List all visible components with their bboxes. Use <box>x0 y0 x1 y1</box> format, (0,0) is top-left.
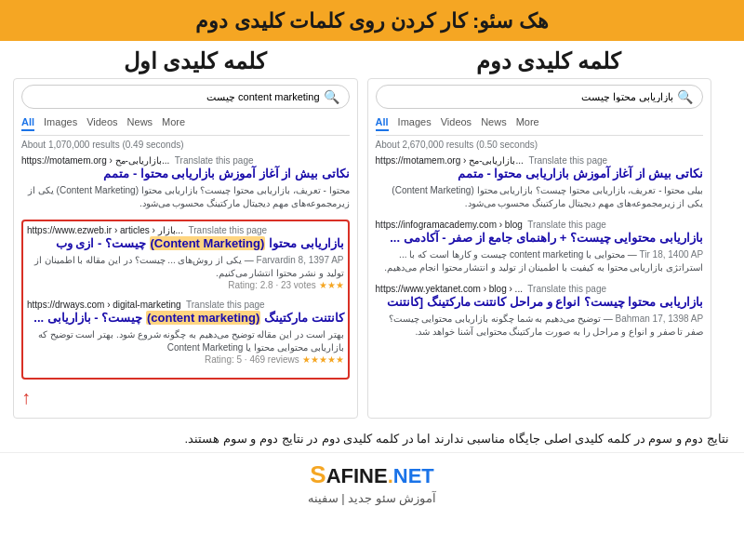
tab-more-left[interactable]: More <box>516 114 539 131</box>
left-result-3-url: https://www.yektanet.com › blog › ... Tr… <box>376 284 704 294</box>
bottom-text: نتایج دوم و سوم در کلمه کلیدی اصلی جایگا… <box>0 424 744 453</box>
right-result-3-url: https://drways.com › digital-marketing T… <box>27 300 344 310</box>
keyword-right-label: کلمه کلیدی دوم <box>476 48 620 74</box>
left-results-count: About 2,670,000 results (0.50 seconds) <box>376 140 704 150</box>
right-result-2-date: Farvardin 8, 1397 AP <box>257 255 344 265</box>
right-result-3-rating: ★★★★★ Rating: 5 · 469 reviews <box>27 354 344 365</box>
bottom-text-content: نتایج دوم و سوم در کلمه کلیدی اصلی جایگا… <box>185 432 729 446</box>
right-google-panel: 🔍 All Images Videos News More About 1,07… <box>13 78 358 419</box>
left-result-1-title: نکاتی بیش از آغاز آموزش بازاریابی محتوا … <box>376 167 704 182</box>
tab-all-right[interactable]: All <box>21 114 34 131</box>
right-result-2-title: بازاریابی محتوا (Content Marketing) چیست… <box>27 236 344 252</box>
left-result-3-date: Bahman 17, 1398 AP <box>616 313 704 324</box>
footer: SAFINE.NET آموزش سئو جدید | سفینه <box>0 452 744 514</box>
left-result-3: https://www.yektanet.com › blog › ... Tr… <box>376 284 704 339</box>
right-search-tabs: All Images Videos News More <box>21 114 350 136</box>
right-search-bar[interactable]: 🔍 <box>21 85 350 109</box>
tab-more-right[interactable]: More <box>162 114 185 131</box>
tab-videos-right[interactable]: Videos <box>86 114 117 131</box>
left-google-panel: 🔍 All Images Videos News More About 2,67… <box>367 78 712 419</box>
highlight-content-marketing-2: (Content Marketing) <box>150 236 266 250</box>
right-result-1: https://motamem.org › بازاریابی-مح... Tr… <box>21 155 350 210</box>
right-translate-2[interactable]: Translate this page <box>189 225 268 235</box>
right-result-2: https://www.ezweb.ir › articles › بازار.… <box>27 225 344 290</box>
left-result-2-date: Tir 18, 1400 AP <box>640 249 704 260</box>
left-result-2-url: https://infogramacademy.com › blog Trans… <box>376 220 704 230</box>
tab-videos-left[interactable]: Videos <box>441 114 472 131</box>
right-translate-3[interactable]: Translate this page <box>186 300 265 310</box>
tab-all-left[interactable]: All <box>376 114 389 131</box>
left-translate-1[interactable]: Translate this page <box>528 155 607 166</box>
header-title: هک سئو: کار کردن روی کلمات کلیدی دوم <box>0 9 744 33</box>
footer-slogan: آموزش سئو جدید | سفینه <box>308 491 437 505</box>
search-icon: 🔍 <box>324 89 339 104</box>
tab-images-right[interactable]: Images <box>44 114 77 131</box>
left-search-input[interactable] <box>386 91 674 102</box>
left-result-2-desc: Tir 18, 1400 AP — محتوایی با content mar… <box>376 248 704 274</box>
tab-images-left[interactable]: Images <box>398 114 432 131</box>
left-result-1: https://motamem.org › بازاریابی-مح... Tr… <box>376 155 704 210</box>
main-container: هک سئو: کار کردن روی کلمات کلیدی دوم کلم… <box>0 0 744 560</box>
right-search-input[interactable] <box>32 91 320 102</box>
right-result-3-title: کانتنت مارکتینگ (content marketing) چیست… <box>27 311 344 327</box>
left-result-2: https://infogramacademy.com › blog Trans… <box>376 220 704 274</box>
left-result-2-title: بازاریابی محتوایی چیست؟ + راهنمای جامع ا… <box>376 231 704 247</box>
right-result-1-title: نکاتی بیش از آغاز آموزش بازاریابی محتوا … <box>21 167 350 182</box>
arrow-indicator: ↑ <box>21 387 350 408</box>
right-result-3: https://drways.com › digital-marketing T… <box>27 300 344 365</box>
right-highlighted-box: https://www.ezweb.ir › articles › بازار.… <box>21 220 350 380</box>
search-icon-left: 🔍 <box>677 89 693 104</box>
left-translate-3[interactable]: Translate this page <box>527 284 606 294</box>
right-result-2-desc: Farvardin 8, 1397 AP — یکی از روش‌های ..… <box>27 254 344 280</box>
highlight-content-marketing-3: (content marketing) <box>146 311 260 325</box>
left-result-3-title: بازاریابی محتوا چیست؟ انواع و مراحل کانت… <box>376 295 704 311</box>
right-result-1-desc: محتوا - تعریف، بازاریابی محتوا چیست؟ باز… <box>21 184 350 210</box>
right-result-1-url: https://motamem.org › بازاریابی-مح... Tr… <box>21 155 350 166</box>
keywords-row: کلمه کلیدی دوم کلمه کلیدی اول <box>0 41 744 78</box>
right-result-3-desc: بهتر است در این مقاله توضیح می‌دهیم به چ… <box>27 328 344 354</box>
keyword-left-label: کلمه کلیدی اول <box>124 48 266 74</box>
content-area: 🔍 All Images Videos News More About 1,07… <box>0 78 744 424</box>
right-translate-1[interactable]: Translate this page <box>175 155 254 166</box>
left-result-1-desc: بیلی محتوا - تعریف، بازاریابی محتوا چیست… <box>376 184 704 210</box>
left-search-tabs: All Images Videos News More <box>376 114 704 136</box>
tab-news-left[interactable]: News <box>481 114 507 131</box>
left-translate-2[interactable]: Translate this page <box>527 220 606 230</box>
right-result-2-url: https://www.ezweb.ir › articles › بازار.… <box>27 225 344 235</box>
right-results-count: About 1,070,000 results (0.49 seconds) <box>21 140 350 150</box>
left-result-1-url: https://motamem.org › بازاریابی-مح... Tr… <box>376 155 704 166</box>
header: هک سئو: کار کردن روی کلمات کلیدی دوم <box>0 0 744 41</box>
left-search-bar[interactable]: 🔍 <box>376 85 704 109</box>
tab-news-right[interactable]: News <box>127 114 153 131</box>
footer-logo: SAFINE.NET <box>310 460 433 489</box>
right-result-2-rating: ★★★ Rating: 2.8 · 23 votes <box>27 280 344 290</box>
left-result-3-desc: Bahman 17, 1398 AP — توضیح می‌دهیم به شم… <box>376 313 704 339</box>
